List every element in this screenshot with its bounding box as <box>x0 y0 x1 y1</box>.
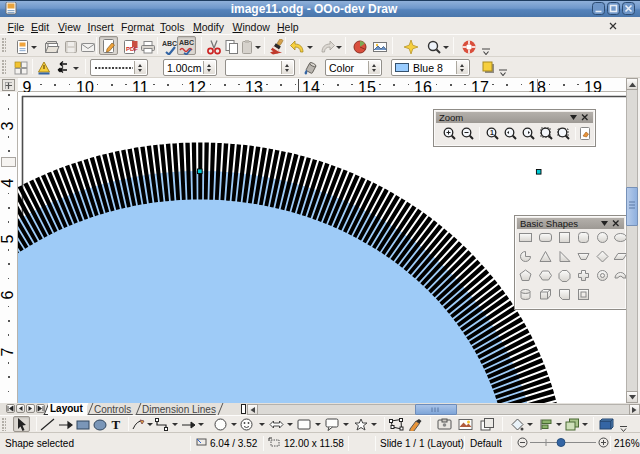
svg-text:1: 1 <box>490 129 494 136</box>
svg-text:T: T <box>112 417 121 431</box>
svg-text:ABC: ABC <box>162 40 177 47</box>
svg-text:ABC: ABC <box>179 39 194 46</box>
